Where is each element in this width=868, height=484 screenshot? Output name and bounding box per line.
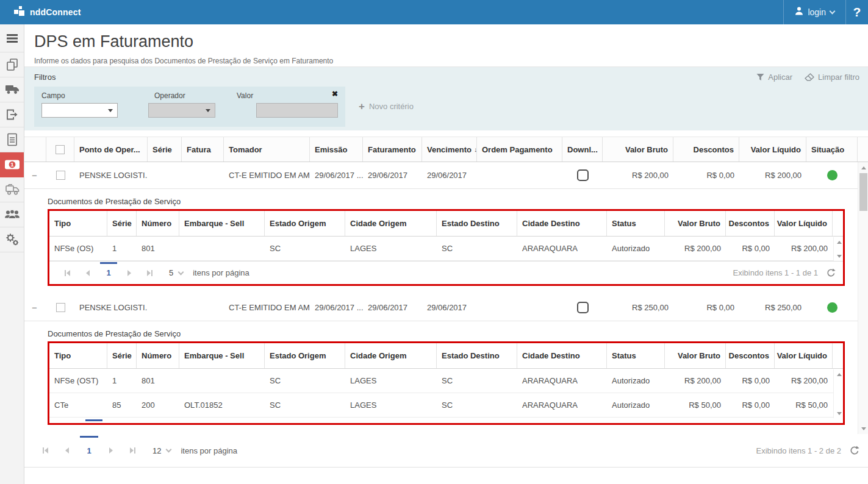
- sidebar-item-delivery[interactable]: [0, 177, 24, 202]
- select-all-checkbox[interactable]: [56, 145, 65, 154]
- download-checkbox[interactable]: [577, 302, 589, 313]
- grid-pager: 1 12 itens por página Exibindo itens 1 -…: [24, 434, 868, 468]
- collapse-row-button[interactable]: −: [29, 302, 40, 313]
- detail-column-valor-bruto[interactable]: Valor Bruto: [665, 211, 726, 236]
- detail-column-status[interactable]: Status: [607, 211, 665, 236]
- detail-column-embarque[interactable]: Embarque - Sell: [179, 343, 265, 368]
- column-header-download[interactable]: Downl...: [562, 137, 603, 162]
- cell-numero: 801: [142, 244, 155, 253]
- detail-column-estado-origem[interactable]: Estado Origem: [265, 343, 345, 368]
- detail-column-serie[interactable]: Série: [107, 211, 137, 236]
- detail-column-valor-bruto[interactable]: Valor Bruto: [665, 343, 726, 368]
- sidebar-item-exit[interactable]: [0, 102, 24, 127]
- pager-prev-button[interactable]: [56, 434, 78, 467]
- detail-column-tipo[interactable]: Tipo: [49, 343, 107, 368]
- scrollbar-thumb[interactable]: [859, 173, 867, 211]
- column-header-emissao[interactable]: Emissão: [310, 137, 363, 162]
- download-checkbox[interactable]: [577, 169, 589, 181]
- cell-estado-origem: SC: [270, 400, 281, 410]
- refresh-button[interactable]: [827, 268, 836, 277]
- login-menu[interactable]: login: [783, 0, 846, 24]
- detail-column-numero[interactable]: Número: [137, 211, 179, 236]
- detail-column-estado-destino[interactable]: Estado Destino: [437, 343, 517, 368]
- sidebar-item-truck[interactable]: [0, 77, 24, 102]
- apply-filter-button[interactable]: Aplicar: [756, 73, 792, 82]
- sidebar-item-billing[interactable]: 1: [0, 152, 24, 177]
- detail-column-estado-destino[interactable]: Estado Destino: [437, 211, 517, 236]
- row-checkbox[interactable]: [56, 303, 65, 312]
- detail-scrollbar[interactable]: [833, 369, 843, 418]
- sidebar-item-document[interactable]: [0, 127, 24, 152]
- column-header-label: Valor Bruto: [678, 351, 720, 360]
- detail-scrollbar[interactable]: [833, 237, 843, 261]
- cell-tomador: CT-E EMITIDO EM AM...: [229, 171, 310, 180]
- sidebar-item-menu[interactable]: [0, 24, 24, 52]
- pager-page-1[interactable]: 1: [78, 434, 100, 467]
- detail-column-tipo[interactable]: Tipo: [49, 211, 107, 236]
- column-header-serie[interactable]: Série: [148, 137, 182, 162]
- pager-next-button[interactable]: [119, 262, 140, 284]
- detail-column-embarque[interactable]: Embarque - Sell: [179, 211, 265, 236]
- exit-icon: [5, 109, 19, 121]
- field-label: Campo: [41, 91, 154, 100]
- cell-emissao: 29/06/2017 ...: [315, 171, 363, 180]
- refresh-button[interactable]: [850, 446, 859, 455]
- field-select[interactable]: [41, 103, 118, 118]
- column-header-label: Embarque - Sell: [184, 351, 244, 360]
- detail-column-cidade-destino[interactable]: Cidade Destino: [517, 343, 607, 368]
- pager-next-button[interactable]: [100, 434, 122, 467]
- cell-numero: 200: [142, 400, 155, 410]
- detail-column-descontos[interactable]: Descontos: [726, 343, 775, 368]
- column-header-faturamento[interactable]: Faturamento: [363, 137, 422, 162]
- value-input[interactable]: [256, 103, 338, 118]
- detail-column-estado-origem[interactable]: Estado Origem: [265, 211, 345, 236]
- brand-logo[interactable]: nddConnect: [0, 5, 81, 20]
- column-header-valor-liquido[interactable]: Valor Líquido: [739, 137, 806, 162]
- detail-column-cidade-destino[interactable]: Cidade Destino: [517, 211, 607, 236]
- status-ok-dot: [827, 302, 838, 313]
- column-header-situacao[interactable]: Situação: [806, 137, 858, 162]
- detail-column-valor-liquido[interactable]: Valor Líquido: [775, 211, 833, 236]
- row-checkbox[interactable]: [56, 171, 65, 180]
- page-size-select[interactable]: 12: [152, 434, 171, 467]
- remove-criterion-button[interactable]: ✖: [332, 90, 338, 98]
- cell-valor-bruto: R$ 50,00: [689, 400, 721, 410]
- column-header-ordem-pagamento[interactable]: Ordem Pagamento: [477, 137, 562, 162]
- column-header-vencimento[interactable]: Vencimento↓: [422, 137, 477, 162]
- pager-prev-button[interactable]: [77, 262, 98, 284]
- detail-column-cidade-origem[interactable]: Cidade Origem: [345, 211, 437, 236]
- help-button[interactable]: ?: [846, 0, 868, 24]
- column-header-valor-bruto[interactable]: Valor Bruto: [603, 137, 673, 162]
- column-header-tomador[interactable]: Tomador: [224, 137, 310, 162]
- column-header-label: Valor Bruto: [625, 145, 668, 154]
- collapse-row-button[interactable]: −: [29, 170, 40, 180]
- cell-emissao: 29/06/2017 ...: [315, 303, 363, 312]
- pager-last-button[interactable]: [122, 434, 144, 467]
- cell-serie: 85: [112, 400, 121, 410]
- operator-select[interactable]: [148, 103, 215, 118]
- column-header-ponto[interactable]: Ponto de Oper...: [74, 137, 148, 162]
- column-header-descontos[interactable]: Descontos: [673, 137, 739, 162]
- column-header-label: Estado Origem: [270, 219, 326, 228]
- detail-column-serie[interactable]: Série: [107, 343, 137, 368]
- detail-column-status[interactable]: Status: [607, 343, 665, 368]
- sidebar-item-documents[interactable]: [0, 52, 24, 77]
- sidebar-item-users[interactable]: [0, 202, 24, 227]
- pager-first-button[interactable]: [34, 434, 56, 467]
- column-header-fatura[interactable]: Fatura: [182, 137, 224, 162]
- page-size-select[interactable]: 5: [169, 262, 183, 284]
- new-criterion-button[interactable]: + Novo critério: [359, 101, 414, 112]
- grid-scrollbar[interactable]: [858, 162, 868, 434]
- pager-page-1[interactable]: 1: [98, 262, 119, 284]
- detail-column-valor-liquido[interactable]: Valor Líquido: [775, 343, 833, 368]
- clear-filter-button[interactable]: Limpar filtro: [805, 73, 859, 82]
- detail-column-numero[interactable]: Número: [137, 343, 179, 368]
- pager-first-button[interactable]: [57, 262, 77, 284]
- sidebar-item-settings[interactable]: [0, 227, 24, 252]
- detail-column-cidade-origem[interactable]: Cidade Origem: [345, 343, 437, 368]
- column-header-select-all[interactable]: [46, 137, 74, 162]
- plus-icon: +: [359, 101, 365, 112]
- detail-column-descontos[interactable]: Descontos: [726, 211, 775, 236]
- pager-last-button[interactable]: [140, 262, 160, 284]
- filters-title: Filtros: [34, 73, 56, 82]
